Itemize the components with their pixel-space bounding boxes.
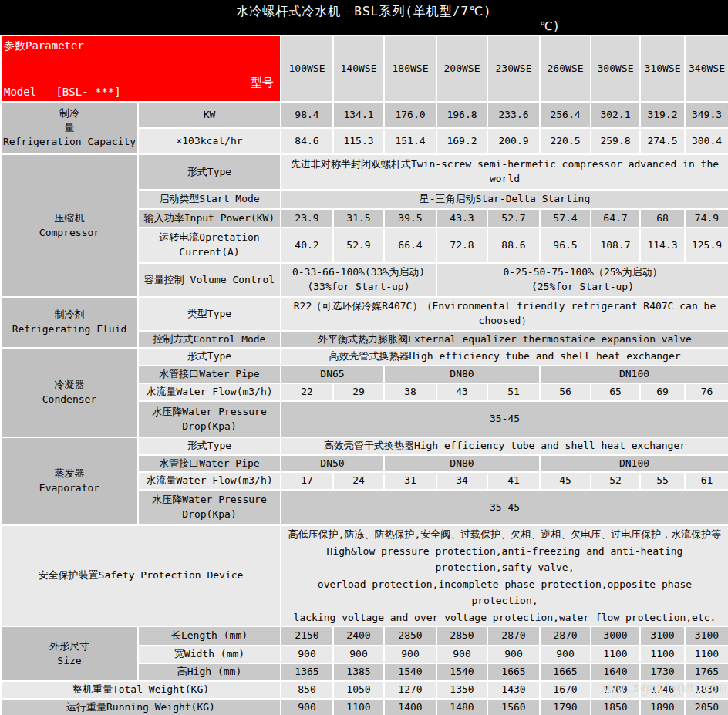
table-row: 压缩机 Compressor 形式Type 先进非对称半封闭双螺杆式Twin-s…	[1, 154, 728, 190]
value-cell: 35-45	[281, 490, 728, 525]
value-cell: 64.7	[591, 209, 640, 228]
value-cell: 56	[540, 383, 591, 401]
value-cell: 31	[384, 472, 436, 490]
value-cell: 115.3	[333, 128, 384, 154]
value-cell: 900	[384, 646, 436, 663]
value-cell: 319.2	[640, 102, 685, 128]
param-label: 输入功率Input Power(KW)	[138, 209, 281, 228]
value-cell: 300.4	[685, 128, 728, 154]
value-cell: 114.3	[640, 228, 685, 263]
param-label: 宽Width (mm)	[138, 646, 281, 663]
table-row: 蒸发器 Evaporator 形式Type 高效壳管干式换热器High effi…	[1, 437, 728, 455]
value-cell: 1430	[487, 681, 540, 699]
value-cell: 134.1	[333, 102, 384, 128]
value-cell: 34	[436, 472, 487, 490]
value-cell: 51	[487, 383, 540, 401]
value-cell: 0-33-66-100%(33%为启动) (33%for Start-up)	[281, 263, 436, 297]
value-cell: DN80	[384, 455, 540, 472]
value-cell: 17	[281, 472, 333, 490]
param-label: 长Length (mm)	[138, 626, 281, 646]
value-cell: 1050	[333, 681, 384, 699]
value-cell: 1665	[540, 663, 591, 681]
page-title-wrap: ℃)	[540, 19, 560, 33]
value-cell: 0-25-50-75-100%（25%为启动） (25%for Start-up…	[436, 263, 728, 297]
table-row: 安全保护装置Safety Protection Device 高低压保护,防冻、…	[1, 525, 728, 626]
value-cell: DN100	[540, 366, 728, 383]
model-label: 型号	[251, 75, 274, 92]
value-cell: 3100	[640, 626, 685, 646]
value-cell: 1670	[540, 681, 591, 699]
value-cell: 349.3	[685, 102, 728, 128]
value-cell: 2150	[281, 626, 333, 646]
value-cell: 72.8	[436, 228, 487, 263]
param-label: 形式Type	[138, 437, 281, 455]
value-cell: 先进非对称半封闭双螺杆式Twin-screw semi-hermetic com…	[281, 154, 728, 190]
value-cell: 2400	[333, 626, 384, 646]
value-cell: DN65	[281, 366, 384, 383]
value-cell: 66.4	[384, 228, 436, 263]
value-cell: 200.9	[487, 128, 540, 154]
value-cell: 24	[333, 472, 384, 490]
value-cell: 98.4	[281, 102, 333, 128]
value-cell: 900	[540, 646, 591, 663]
value-cell: 高效壳管干式换热器High efficiency tube and shell …	[281, 437, 728, 455]
value-cell: 1640	[591, 663, 640, 681]
value-cell: 1100	[685, 646, 728, 663]
value-cell: 2050	[685, 699, 728, 715]
value-cell: 84.6	[281, 128, 333, 154]
value-cell: 302.1	[591, 102, 640, 128]
value-cell: 76	[685, 383, 728, 401]
model-header: 310WSE	[640, 35, 685, 102]
param-label: 水流量Water Flow(m3/h)	[138, 383, 281, 401]
value-cell: 259.8	[591, 128, 640, 154]
value-cell: 2850	[384, 626, 436, 646]
value-cell: 900	[333, 646, 384, 663]
table-row: 制冷剂 Refrigerating Fluid 类型Type R22（可选环保冷…	[1, 297, 728, 331]
value-cell: DN100	[540, 455, 728, 472]
value-cell: R22（可选环保冷媒R407C）（Environmental friendly …	[281, 297, 728, 331]
value-cell: 2870	[487, 626, 540, 646]
category-label: 蒸发器 Evaporator	[1, 437, 138, 525]
value-cell: 52	[591, 472, 640, 490]
value-cell: 43.3	[436, 209, 487, 228]
param-label: 水压降Water Pressure Drop(Kpa)	[138, 490, 281, 525]
param-label: 高High (mm)	[138, 663, 281, 681]
model-header: 260WSE	[540, 35, 591, 102]
value-cell: 43	[436, 383, 487, 401]
value-cell: 40.2	[281, 228, 333, 263]
value-cell: 176.0	[384, 102, 436, 128]
value-cell: 1665	[487, 663, 540, 681]
value-cell: 151.4	[384, 128, 436, 154]
value-cell: 74.9	[685, 209, 728, 228]
model-header: 140WSE	[333, 35, 384, 102]
value-cell: 29	[333, 383, 384, 401]
value-cell: 星-三角启动Star-Delta Starting	[281, 190, 728, 209]
model-code-label: Model [BSL- ***]	[4, 84, 121, 99]
value-cell: DN80	[384, 366, 540, 383]
value-cell: 52.7	[487, 209, 540, 228]
value-cell: 2870	[540, 626, 591, 646]
param-label: ×103kcal/hr	[138, 128, 281, 154]
value-cell: 2850	[436, 626, 487, 646]
param-label: 水流量Water Flow(m3/h)	[138, 472, 281, 490]
value-cell: 220.5	[540, 128, 591, 154]
value-cell: 高低压保护,防冻、防热保护,安全阀、过载保护、欠相、逆相、欠电压、过电压保护，水…	[281, 525, 728, 626]
param-label: 控制方式Control Mode	[138, 331, 281, 348]
value-cell: 65	[591, 383, 640, 401]
value-cell: 38	[384, 383, 436, 401]
value-cell: 256.4	[540, 102, 591, 128]
value-cell: 69	[640, 383, 685, 401]
value-cell: 31.5	[333, 209, 384, 228]
header-corner-cell: 参数Parameter 型号 Model [BSL- ***]	[1, 35, 281, 102]
category-label: 外形尺寸 Size	[1, 626, 138, 681]
model-header: 230WSE	[487, 35, 540, 102]
value-cell: 1540	[436, 663, 487, 681]
value-cell: 1850	[591, 699, 640, 715]
value-cell: 1400	[384, 699, 436, 715]
value-cell: 274.5	[640, 128, 685, 154]
category-label: 整机重量Total Weight(KG)	[1, 681, 281, 699]
spec-table: 参数Parameter 型号 Model [BSL- ***] 100WSE 1…	[0, 35, 728, 715]
param-label: KW	[138, 102, 281, 128]
value-cell: 1730	[640, 663, 685, 681]
param-label: 启动类型Start Mode	[138, 190, 281, 209]
